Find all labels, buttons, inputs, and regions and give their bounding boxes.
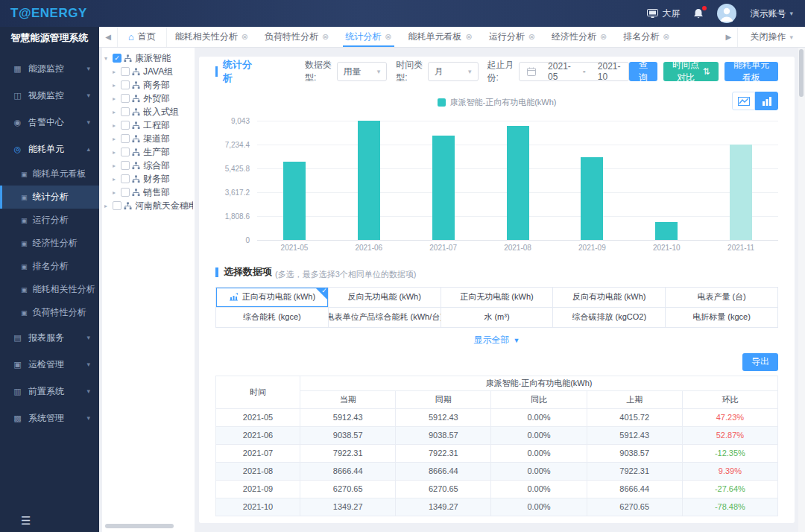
close-icon[interactable]: ⊗ [528, 32, 535, 42]
tree-node[interactable]: ▸河南航天金穗电子有 [104, 199, 193, 212]
time-type-select[interactable]: 月 ▾ [428, 62, 479, 81]
tab-经济性分析[interactable]: 经济性分析⊗ [543, 27, 615, 47]
avatar[interactable] [717, 4, 736, 23]
tab-能耗相关性分析[interactable]: 能耗相关性分析⊗ [167, 27, 256, 47]
caret-right-icon[interactable]: ▸ [113, 149, 120, 156]
close-icon[interactable]: ⊗ [663, 32, 669, 42]
tree-node[interactable]: ▾✓康派智能 [104, 51, 193, 65]
sidebar-item[interactable]: ▣运检管理▾ [0, 351, 99, 378]
show-all-button[interactable]: 显示全部 ▼ [215, 329, 778, 352]
notifications-button[interactable] [693, 8, 704, 19]
query-button[interactable]: 查询 [629, 62, 658, 81]
tree-node[interactable]: ▸JAVA组 [113, 65, 193, 78]
sidebar-item[interactable]: ◎能耗单元▴ [0, 136, 99, 162]
tree-checkbox[interactable] [121, 174, 130, 183]
data-item-chip[interactable]: 正向无功电能 (kWh) [441, 288, 554, 308]
caret-right-icon[interactable]: ▸ [113, 69, 120, 75]
sidebar-collapse-button[interactable]: ☰ [0, 513, 99, 532]
tree-checkbox[interactable] [121, 94, 130, 103]
tree-checkbox[interactable] [121, 161, 130, 170]
tree-checkbox[interactable] [121, 148, 130, 156]
big-screen-button[interactable]: 大屏 [647, 7, 680, 20]
tree-h-scrollbar-thumb[interactable] [105, 524, 174, 528]
tree-node[interactable]: ▸生产部 [113, 145, 193, 159]
bar-2021-09[interactable] [581, 157, 603, 240]
time-compare-button[interactable]: 时间点对比 ⇅ [663, 62, 719, 81]
data-type-select[interactable]: 用量 ▾ [337, 62, 388, 81]
tree-node[interactable]: ▸财务部 [113, 172, 193, 186]
close-icon[interactable]: ⊗ [385, 32, 391, 42]
caret-right-icon[interactable]: ▸ [113, 162, 120, 169]
tree-node[interactable]: ▸外贸部 [113, 92, 193, 105]
tree-checkbox[interactable] [121, 188, 130, 197]
caret-right-icon[interactable]: ▸ [113, 82, 120, 89]
data-item-chip[interactable]: 反向有功电能 (kWh) [553, 288, 666, 308]
line-chart-toggle[interactable] [732, 92, 755, 110]
date-range-input[interactable]: 2021-05 - 2021-10 [519, 62, 628, 81]
caret-right-icon[interactable]: ▸ [113, 189, 120, 196]
close-icon[interactable]: ⊗ [242, 32, 248, 42]
bar-2021-07[interactable] [432, 136, 455, 240]
data-item-chip[interactable]: 电表单位产品综合能耗 (kWh/台) [329, 308, 441, 328]
tabs-scroll-left-icon[interactable]: ◀ [99, 33, 117, 41]
bar-2021-06[interactable] [358, 121, 380, 240]
sidebar-item[interactable]: ◉告警中心▾ [0, 109, 99, 136]
tab-运行分析[interactable]: 运行分析⊗ [481, 27, 543, 47]
tree-checkbox[interactable] [121, 80, 130, 89]
sidebar-item[interactable]: ◫视频监控▾ [0, 82, 99, 109]
table-row[interactable]: 2021-088666.448666.440.00%7922.319.39% [216, 462, 778, 480]
sidebar-subitem[interactable]: ▣排名分析 [0, 255, 99, 278]
caret-right-icon[interactable]: ▸ [113, 109, 120, 115]
tree-checkbox[interactable] [121, 134, 130, 143]
tree-checkbox[interactable] [121, 67, 130, 76]
content-v-scrollbar[interactable] [798, 48, 805, 532]
caret-right-icon[interactable]: ▸ [113, 136, 120, 142]
tree-node[interactable]: ▸商务部 [113, 78, 193, 92]
table-row[interactable]: 2021-055912.435912.430.00%4015.7247.23% [216, 408, 778, 426]
sidebar-item[interactable]: ▩系统管理▾ [0, 405, 99, 431]
data-item-chip[interactable]: 综合能耗 (kgce) [216, 308, 329, 328]
tree-node[interactable]: ▸渠道部 [113, 132, 193, 145]
tree-checkbox[interactable]: ✓ [113, 54, 121, 63]
sidebar-item[interactable]: ▦能源监控▾ [0, 55, 99, 82]
table-row[interactable]: 2021-077922.317922.310.00%9038.57-12.35% [216, 444, 778, 462]
bar-2021-05[interactable] [283, 162, 306, 240]
caret-right-icon[interactable]: ▸ [113, 122, 120, 129]
sidebar-subitem[interactable]: ▣统计分析 [0, 186, 99, 209]
caret-down-icon[interactable]: ▾ [104, 55, 112, 62]
chart-legend[interactable]: 康派智能-正向有功电能(kWh) [438, 97, 557, 108]
caret-right-icon[interactable]: ▸ [104, 203, 112, 209]
tree-node[interactable]: ▸综合部 [113, 159, 193, 172]
data-item-chip[interactable]: 反向无功电能 (kWh) [329, 288, 441, 308]
content-v-scrollbar-thumb[interactable] [799, 49, 804, 97]
tab-负荷特性分析[interactable]: 负荷特性分析⊗ [256, 27, 337, 47]
sidebar-subitem[interactable]: ▣运行分析 [0, 209, 99, 232]
bar-chart-toggle[interactable] [755, 92, 778, 110]
close-icon[interactable]: ⊗ [466, 32, 473, 42]
sidebar-item[interactable]: ▤报表服务▾ [0, 324, 99, 351]
tree-checkbox[interactable] [121, 107, 130, 116]
table-row[interactable]: 2021-069038.579038.570.00%5912.4352.87% [216, 426, 778, 444]
tree-node[interactable]: ▸销售部 [113, 186, 193, 199]
sidebar-subitem[interactable]: ▣能耗单元看板 [0, 162, 99, 186]
close-operations-menu[interactable]: 关闭操作 ▾ [737, 27, 805, 47]
tree-node[interactable]: ▸工程部 [113, 118, 193, 132]
caret-right-icon[interactable]: ▸ [113, 176, 120, 183]
tree-checkbox[interactable] [121, 121, 130, 130]
data-item-chip[interactable]: 电表产量 (台) [666, 288, 778, 308]
table-row[interactable]: 2021-101349.271349.270.00%6270.65-78.48% [216, 498, 778, 516]
bar-2021-08[interactable] [507, 126, 529, 240]
close-icon[interactable]: ⊗ [600, 32, 607, 42]
sidebar-subitem[interactable]: ▣能耗相关性分析 [0, 278, 99, 301]
sidebar-subitem[interactable]: ▣经济性分析 [0, 232, 99, 255]
caret-right-icon[interactable]: ▸ [113, 95, 120, 102]
data-item-chip[interactable]: 电折标量 (kgce) [666, 308, 778, 328]
sidebar-subitem[interactable]: ▣负荷特性分析 [0, 301, 99, 324]
data-item-chip[interactable]: 水 (m³) [441, 308, 554, 328]
table-row[interactable]: 2021-096270.656270.650.00%8666.44-27.64% [216, 480, 778, 498]
tab-能耗单元看板[interactable]: 能耗单元看板⊗ [400, 27, 481, 47]
tree-node[interactable]: ▸嵌入式组 [113, 105, 193, 118]
account-menu[interactable]: 演示账号 ▾ [750, 7, 793, 20]
sidebar-item[interactable]: ▥前置系统▾ [0, 378, 99, 405]
tabs-scroll-right-icon[interactable]: ▶ [719, 33, 737, 41]
